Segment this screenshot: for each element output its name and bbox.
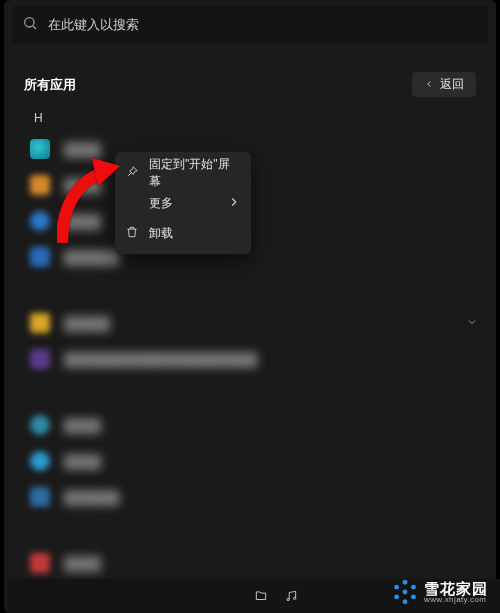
- app-icon: [30, 487, 50, 507]
- chevron-down-icon[interactable]: [466, 314, 478, 332]
- app-icon: [30, 553, 50, 573]
- svg-point-4: [293, 597, 295, 599]
- app-icon: [30, 349, 50, 369]
- menu-label: 固定到"开始"屏幕: [149, 156, 241, 190]
- app-label: ████: [64, 556, 101, 571]
- chevron-left-icon: [424, 78, 434, 92]
- app-icon: [30, 211, 50, 231]
- menu-label: 卸载: [149, 225, 173, 242]
- menu-label: 更多: [149, 195, 173, 212]
- app-label: ████: [64, 178, 101, 193]
- app-icon: [30, 451, 50, 471]
- taskbar-explorer-icon[interactable]: [246, 581, 276, 611]
- pin-icon: [125, 165, 139, 182]
- menu-uninstall[interactable]: 卸载: [115, 218, 251, 248]
- svg-point-3: [287, 598, 289, 600]
- list-item[interactable]: █████████████████████: [4, 341, 496, 377]
- menu-more[interactable]: 更多: [115, 188, 251, 218]
- page-title: 所有应用: [24, 76, 76, 94]
- app-label: ████: [64, 418, 101, 433]
- app-label: █████████████████████: [64, 352, 257, 367]
- app-label: ████: [64, 454, 101, 469]
- section-letter[interactable]: H: [34, 111, 496, 125]
- search-icon: [22, 15, 38, 35]
- list-item[interactable]: █████: [4, 305, 496, 341]
- context-menu: 固定到"开始"屏幕 更多 卸载: [115, 152, 251, 254]
- search-placeholder: 在此键入以搜索: [48, 16, 139, 34]
- app-icon: [30, 313, 50, 333]
- taskbar-app-icon[interactable]: [306, 581, 340, 611]
- trash-icon: [125, 225, 139, 242]
- list-item[interactable]: ████: [4, 443, 496, 479]
- app-icon: [30, 415, 50, 435]
- app-label: █████: [64, 316, 110, 331]
- app-label: ████: [64, 142, 101, 157]
- taskbar: [8, 579, 500, 613]
- chevron-right-icon: [227, 195, 241, 212]
- start-menu-panel: 在此键入以搜索 所有应用 返回 H ████ ████ ████ ██████: [4, 0, 496, 613]
- all-apps-header: 所有应用 返回: [24, 72, 476, 97]
- app-label: ██████: [64, 250, 119, 265]
- list-item[interactable]: ██████: [4, 479, 496, 515]
- back-label: 返回: [440, 76, 464, 93]
- search-input[interactable]: 在此键入以搜索: [12, 6, 488, 44]
- svg-point-0: [25, 18, 34, 27]
- back-button[interactable]: 返回: [412, 72, 476, 97]
- menu-pin-to-start[interactable]: 固定到"开始"屏幕: [115, 158, 251, 188]
- app-label: ████: [64, 214, 101, 229]
- list-item[interactable]: ████: [4, 407, 496, 443]
- app-icon: [30, 139, 50, 159]
- app-icon: [30, 247, 50, 267]
- app-label: ██████: [64, 490, 119, 505]
- app-icon: [30, 175, 50, 195]
- svg-line-1: [33, 26, 36, 29]
- list-item[interactable]: ████: [4, 545, 496, 581]
- taskbar-music-icon[interactable]: [276, 581, 306, 611]
